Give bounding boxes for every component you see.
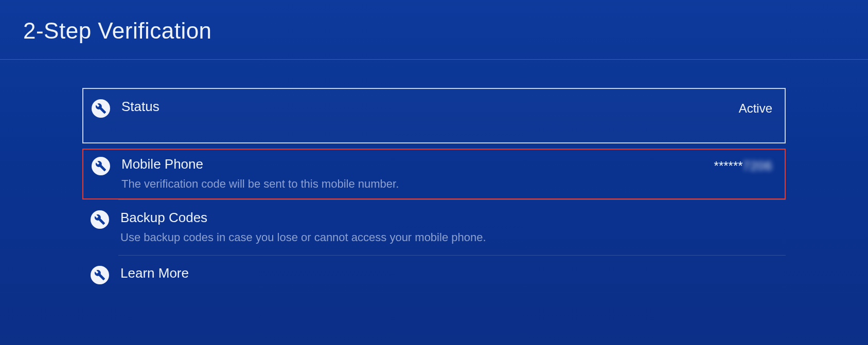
wrench-icon (91, 210, 109, 229)
page-title: 2-Step Verification (23, 18, 868, 44)
learn-text: Learn More (120, 265, 773, 282)
status-label: Status (121, 98, 739, 116)
backup-codes-row[interactable]: Backup Codes Use backup codes in case yo… (82, 200, 786, 255)
status-value: Active (739, 101, 772, 116)
backup-desc: Use backup codes in case you lose or can… (120, 229, 773, 246)
mobile-value-mask: ****** (714, 159, 743, 173)
mobile-value-blurred: 7206 (743, 159, 772, 173)
status-text: Status (121, 98, 739, 116)
wrench-icon (91, 266, 109, 284)
mobile-phone-row[interactable]: Mobile Phone The verification code will … (82, 149, 786, 199)
mobile-value: ******7206 (714, 159, 772, 173)
status-row[interactable]: Status Active (82, 88, 786, 143)
settings-list: Status Active Mobile Phone The verificat… (0, 60, 868, 294)
mobile-desc: The verification code will be sent to th… (121, 175, 714, 192)
page-header: 2-Step Verification (0, 0, 868, 60)
wrench-icon (92, 99, 110, 118)
backup-label: Backup Codes (120, 209, 773, 227)
mobile-label: Mobile Phone (121, 156, 714, 173)
learn-more-row[interactable]: Learn More (82, 256, 786, 294)
wrench-icon (92, 157, 110, 175)
learn-label: Learn More (120, 265, 773, 282)
backup-text: Backup Codes Use backup codes in case yo… (120, 209, 773, 246)
mobile-text: Mobile Phone The verification code will … (121, 156, 714, 192)
